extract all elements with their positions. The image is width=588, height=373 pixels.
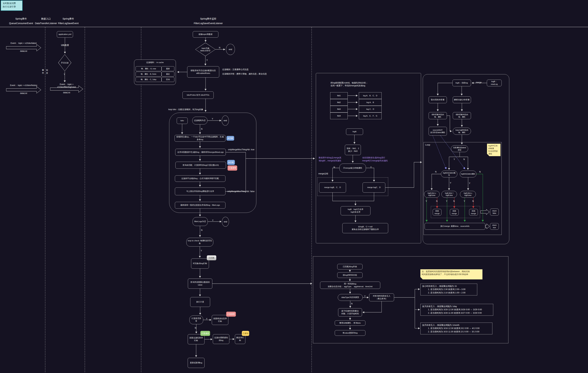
- event-history-title: Event： topic = v1/tskv/history: [3, 84, 44, 87]
- take-vars-node: 取出现有的变量: [429, 96, 447, 103]
- return-true-node: return true: [490, 223, 499, 230]
- badge-calc-error: 计算异常: [228, 166, 237, 171]
- purple-note-db-merge: 数据库中的log去merge其 他log时，merge全部属性: [319, 156, 346, 162]
- badge-matched: 已匹配: [207, 255, 216, 260]
- label-n: N: [334, 166, 335, 168]
- realtime-consume-note: 实时数据消费 执行过滤引擎: [1, 0, 23, 11]
- loop-check-node: loop to check: 物属性是否完备: [186, 238, 213, 247]
- label-y: Y: [201, 249, 202, 252]
- application-yml-node: application.yml: [57, 31, 73, 38]
- event-history-datalist: dataList: [3, 92, 44, 94]
- label-y: Y: [464, 200, 465, 202]
- label-forward: 转 发: [46, 69, 48, 74]
- end-node-3: end: [222, 217, 229, 227]
- merge-process-label: merge过程: [318, 172, 328, 175]
- only-merge-false-label: onlyMergeMissThingAttr: false: [227, 190, 259, 193]
- cache-rule-tag: 最近: [162, 72, 174, 77]
- lane-filter-log-save-event: Spring事件 FilterLogSaveEvent: [56, 17, 80, 25]
- merge-cd-node: merge logC、D: [363, 182, 385, 193]
- label-y: Y: [454, 158, 455, 161]
- datatype-range-decision: dataType为区间类型: [338, 294, 363, 301]
- merge-edge-label: merge: [476, 81, 482, 84]
- label-y: Y: [212, 219, 213, 222]
- event-filter-save-datalist: dataList: [56, 91, 77, 94]
- reject-merge-node: 拒绝merge: [433, 209, 441, 216]
- is-latest-type-decision: 当前属性是latest类型: [451, 145, 468, 152]
- label-y: Y: [206, 59, 208, 61]
- label-y: Y: [450, 182, 451, 184]
- do-calc-node: 执行计算: [190, 297, 210, 307]
- generate-logs-node: 按规则生成log， 一个tskv可以命中不同过滤规则，生成多条log: [175, 135, 225, 142]
- example-line: 1. 若当前时间为 3/28 12:30 则查询 3/28 0:00 ～ 3/2…: [422, 308, 491, 311]
- example-line: 按天四舍五入，假设聚合间隔为 1day: [422, 305, 491, 308]
- label-y: Y: [370, 166, 372, 168]
- calc-error-decision: 计算是否异常: [189, 315, 203, 324]
- label-n: N: [351, 302, 353, 305]
- fild-cell: fild1: [330, 92, 348, 99]
- group-by-agg-node: 同一时间的log 按聚合信息分组： aggType、 aggInterval、t…: [320, 282, 380, 289]
- rule-note-2: 过滤规则详情：携带计算物、属性信息；聚合信息: [222, 73, 270, 75]
- filter-enabled-decision: 开启过滤: [58, 54, 71, 71]
- lane-queue-consumer-event: Spring事件 QueueConsumerEvent: [7, 17, 35, 25]
- loop-sticky-note: logA中已有的物属 性也适用该逻辑: [487, 144, 501, 156]
- label-y: Y: [212, 118, 213, 120]
- label-n: N: [472, 200, 474, 202]
- merge-again-node: 与上面合并后的log继续进行合并: [175, 187, 225, 195]
- merged-state-node: logB、logC已合并 logD未合并: [341, 206, 370, 215]
- read-config-label: 读取配置: [59, 44, 71, 47]
- rule-note-1: 过滤规则：主要携带公式信息: [222, 68, 266, 71]
- badge-unmatched: 未匹配: [226, 136, 234, 141]
- tskv-node: tskv: [177, 117, 188, 124]
- example-line: 按月四舍五入，假设聚合间隔为 1month: [422, 324, 491, 327]
- reject-merge-node: 拒绝merge: [469, 209, 478, 216]
- example-line: 1. 若当前时间为 2:30 则查询 2:00～3:00: [422, 288, 475, 291]
- merge-group-note: 把log按照配置(ruleId)、物属性(fild)分组； 在同一配置下，寻找待…: [331, 82, 386, 87]
- between-sticky-note: 注：底层按时间范围查询使用的是between，因此结束 时间就直接取临界值了，不…: [420, 269, 483, 280]
- label-n: N: [463, 158, 465, 161]
- badge-calc-error: 计算异常: [226, 312, 236, 317]
- label-n: N: [201, 229, 202, 231]
- label-y: Y: [469, 182, 470, 185]
- topic-valid-decision: topic正确 dataList非空: [195, 43, 216, 56]
- update-value-node: 将value更新到log: [335, 330, 365, 336]
- label-n: N: [219, 47, 220, 49]
- example-hour-box: 按小时四舍五入，假设聚合间隔为 1h 1. 若当前时间为 2:30 则查询 2:…: [420, 284, 477, 295]
- update-log-node: 更新或新增log: [188, 358, 205, 368]
- cache-rule-row: 物、属性：C, 1day: [136, 77, 162, 82]
- exist-latest-right-decision: logA存在latest属性: [460, 171, 476, 177]
- matched-log-list-node: 已匹配的log列表: [337, 264, 363, 269]
- label-n: N: [453, 200, 455, 202]
- loop-tskv-label: loop tskv：匹配过滤规则，转为log对象: [168, 108, 226, 111]
- label-y: Y: [364, 295, 366, 298]
- collect-query-tskv-node: 整理出物属性， 查询tskv: [335, 320, 365, 326]
- event-filter-save-title: Event： topic = v1/tskv/filter/log/save: [50, 83, 83, 88]
- example-month-box: 按月四舍五入，假设聚合间隔为 1month 1. 若当前时间为 3/16 12:…: [420, 322, 492, 334]
- end-node-1: end: [226, 44, 235, 55]
- lane-data-transfer-listener: 数据入口 DataTransferListener: [33, 17, 59, 25]
- source-info-node: sourceInfo中 是否存在latest属性: [429, 127, 447, 135]
- label-event: 事 件: [42, 69, 44, 74]
- lane-filter-log-save-event-listener: Spring事件监听 FilterLogSaveEventListener: [190, 17, 226, 25]
- example-line: 2. 若当前时间为 3/15 11:30 则查询 2/1 0:00 ～ 3/1 …: [422, 330, 491, 333]
- set-null-node: 令logB、C = null 避免在当前过滤规则下重复合并: [342, 223, 388, 233]
- cache-rules-title: 过滤规则： in cache: [135, 61, 175, 64]
- time-eq-decision: logA.time = logB.time: [441, 191, 457, 198]
- have-missing-node: 现有：fild1、2 缺少：fild3: [345, 145, 361, 155]
- fild-cell: fild3: [330, 106, 348, 113]
- fild-logs-cell: log A、E、F、G: [359, 113, 382, 119]
- label-y: Y: [426, 200, 427, 202]
- proto-to-dto-node: tskvProtos 转为 tskvDTOs: [182, 91, 214, 99]
- round-query-time-node: 对查询时间四舍五入 （整点查询）: [369, 293, 394, 301]
- diagram-canvas: 实时数据消费 执行过滤引擎 Spring事件 QueueConsumerEven…: [0, 0, 588, 373]
- fild-cell: fild2: [330, 99, 348, 106]
- example-line: 2. 若当前时间为 2:10 则查询 1:00～2:00: [422, 291, 475, 294]
- fild-cell: fild4: [330, 113, 348, 119]
- example-day-box: 按天四舍五入，假设聚合间隔为 1day 1. 若当前时间为 3/28 12:30…: [420, 304, 493, 316]
- final-filterlogs-node: 最终获得一批经过层层合并后的log：filterLogs: [175, 202, 225, 208]
- event-latest-title: Event： topic = v1/tskv/latest: [3, 42, 44, 45]
- merge-batch-node: 合并本批数据中生成的log：最终得到mergedNewLogs: [175, 149, 226, 156]
- example-line: 2. 若当前时间为 3/28 11:30 则查询 3/27 0:00 ～ 3/2…: [422, 311, 491, 315]
- label-n: N: [201, 128, 202, 130]
- fild-logs-cell: log A、B、C、D: [359, 92, 382, 99]
- do-merge-node: 执行merge: 刷新time、sourceInfo: [425, 223, 485, 230]
